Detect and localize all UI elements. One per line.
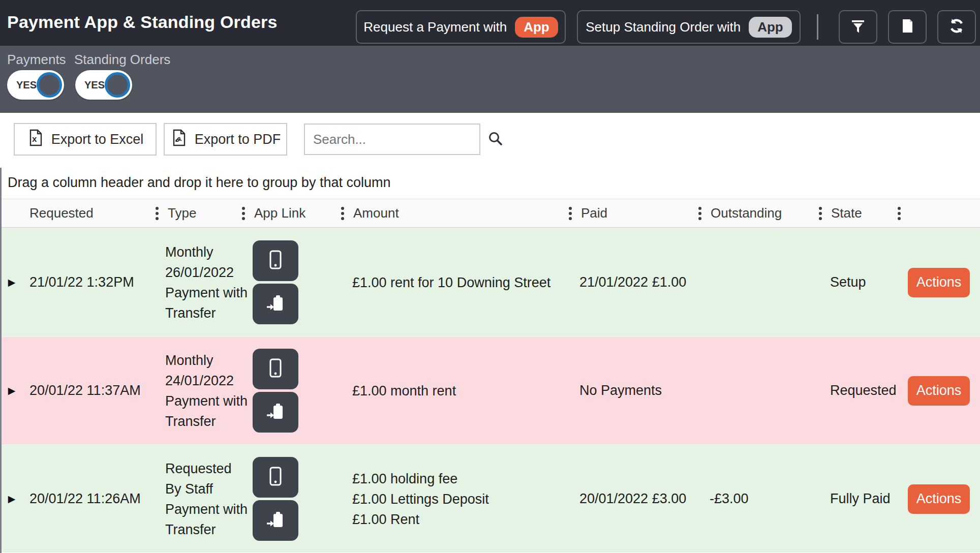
setup-standing-order-button[interactable]: Setup Standing Order with App bbox=[577, 10, 801, 44]
column-header-actions bbox=[904, 199, 980, 227]
export-excel-label: Export to Excel bbox=[51, 132, 144, 147]
cell-actions: Actions bbox=[904, 229, 980, 336]
cell-app-link bbox=[248, 445, 347, 552]
row-expand-button[interactable]: ▶ bbox=[2, 229, 22, 336]
column-menu-icon[interactable] bbox=[341, 207, 347, 220]
mobile-app-link-button[interactable] bbox=[253, 457, 298, 498]
column-header-app-link[interactable]: App Link bbox=[248, 199, 347, 227]
cell-requested: 20/01/22 11:37AM bbox=[22, 337, 162, 444]
mobile-app-link-button[interactable] bbox=[253, 240, 298, 281]
smartphone-icon bbox=[265, 248, 286, 274]
column-menu-icon[interactable] bbox=[819, 207, 825, 220]
payments-screen: Payment App & Standing Orders Request a … bbox=[0, 0, 980, 553]
filter-toggle-bar: Payments Standing Orders YES YES bbox=[0, 46, 980, 113]
amount-line: £1.00 rent for 10 Downing Street bbox=[352, 272, 550, 293]
row-expand-button[interactable]: ▶ bbox=[2, 445, 22, 552]
group-by-drop-zone[interactable]: Drag a column header and drop it here to… bbox=[2, 168, 980, 199]
cell-amount: £1.00 holding fee £1.00 Lettings Deposit… bbox=[347, 445, 575, 552]
column-header-outstanding[interactable]: Outstanding bbox=[705, 199, 825, 227]
setup-standing-order-label: Setup Standing Order with bbox=[586, 19, 741, 35]
cell-app-link bbox=[248, 337, 347, 444]
row-expand-button[interactable]: ▶ bbox=[2, 337, 22, 444]
actions-button[interactable]: Actions bbox=[908, 376, 970, 406]
column-label: Outstanding bbox=[705, 205, 782, 221]
column-menu-icon[interactable] bbox=[898, 207, 904, 220]
payments-toggle-label: Payments bbox=[7, 52, 66, 68]
cell-type: Monthly 26/01/2022 Payment with Transfer bbox=[162, 229, 248, 336]
filter-icon bbox=[848, 16, 868, 38]
filter-button[interactable] bbox=[839, 10, 877, 44]
column-header-type[interactable]: Type bbox=[162, 199, 248, 227]
expand-arrow-icon: ▶ bbox=[8, 276, 16, 288]
column-header-requested[interactable]: Requested bbox=[22, 199, 162, 227]
payments-toggle-knob[interactable] bbox=[37, 72, 62, 98]
clipboard-arrow-icon bbox=[264, 400, 287, 425]
cell-state: Fully Paid bbox=[825, 445, 904, 552]
book-button[interactable] bbox=[888, 10, 927, 44]
copy-app-link-button[interactable] bbox=[253, 500, 298, 541]
column-label: Type bbox=[162, 205, 196, 221]
amount-line: £1.00 Lettings Deposit bbox=[352, 489, 489, 509]
request-payment-button[interactable]: Request a Payment with App bbox=[356, 10, 566, 44]
excel-file-icon: x bbox=[27, 128, 44, 151]
cell-outstanding: -£3.00 bbox=[705, 445, 825, 552]
table-row: ▶ 20/01/22 11:37AM Monthly 24/01/2022 Pa… bbox=[2, 336, 980, 444]
standing-orders-toggle-knob[interactable] bbox=[105, 72, 130, 98]
pdf-file-icon bbox=[170, 128, 188, 151]
refresh-button[interactable] bbox=[937, 10, 976, 44]
table-row: ▶ 20/01/22 11:26AM Requested By Staff Pa… bbox=[2, 444, 980, 552]
column-menu-icon[interactable] bbox=[156, 207, 162, 220]
cell-outstanding bbox=[705, 229, 825, 336]
cell-state: Requested bbox=[825, 337, 904, 444]
app-badge-orange: App bbox=[515, 17, 558, 38]
export-pdf-button[interactable]: Export to PDF bbox=[164, 123, 287, 156]
column-label: Amount bbox=[347, 205, 399, 221]
column-label: State bbox=[825, 205, 862, 221]
payments-toggle[interactable]: YES bbox=[7, 70, 64, 100]
export-search-toolbar: x Export to Excel Export to PDF bbox=[0, 113, 980, 168]
copy-app-link-button[interactable] bbox=[253, 284, 298, 324]
cell-type: Monthly 24/01/2022 Payment with Transfer bbox=[162, 337, 248, 444]
column-label: App Link bbox=[248, 205, 305, 221]
cell-type: Requested By Staff Payment with Transfer bbox=[162, 445, 248, 552]
column-menu-icon[interactable] bbox=[569, 207, 575, 220]
page-title: Payment App & Standing Orders bbox=[7, 0, 278, 46]
actions-button[interactable]: Actions bbox=[908, 484, 970, 514]
refresh-icon bbox=[946, 16, 967, 38]
header-expander bbox=[2, 199, 22, 227]
smartphone-icon bbox=[265, 356, 286, 382]
cell-outstanding bbox=[705, 337, 825, 444]
mobile-app-link-button[interactable] bbox=[253, 349, 298, 389]
cell-actions: Actions bbox=[904, 337, 980, 444]
cell-state: Setup bbox=[825, 229, 904, 336]
cell-requested: 20/01/22 11:26AM bbox=[22, 445, 162, 552]
title-bar: Payment App & Standing Orders Request a … bbox=[0, 0, 980, 46]
table-row: ▶ 21/01/22 1:32PM Monthly 26/01/2022 Pay… bbox=[2, 228, 980, 336]
copy-app-link-button[interactable] bbox=[253, 392, 298, 433]
payments-grid: Drag a column header and drop it here to… bbox=[0, 168, 980, 553]
column-menu-icon[interactable] bbox=[242, 207, 248, 220]
cell-paid: 20/01/2022 £3.00 bbox=[575, 445, 705, 552]
search-icon[interactable] bbox=[486, 130, 505, 148]
column-label: Requested bbox=[22, 205, 94, 221]
cell-requested: 21/01/22 1:32PM bbox=[22, 229, 162, 336]
standing-orders-toggle-value: YES bbox=[84, 79, 105, 91]
cell-actions: Actions bbox=[904, 445, 980, 552]
standing-orders-toggle[interactable]: YES bbox=[75, 70, 132, 100]
export-excel-button[interactable]: x Export to Excel bbox=[14, 123, 157, 156]
smartphone-icon bbox=[265, 465, 286, 490]
amount-line: £1.00 holding fee bbox=[352, 469, 457, 489]
column-header-paid[interactable]: Paid bbox=[575, 199, 705, 227]
column-menu-icon[interactable] bbox=[698, 207, 705, 220]
expand-arrow-icon: ▶ bbox=[8, 493, 16, 505]
titlebar-divider bbox=[817, 14, 818, 40]
column-header-amount[interactable]: Amount bbox=[347, 199, 575, 227]
grid-header-row: Requested Type App Link Amount Paid Outs… bbox=[2, 199, 980, 228]
column-header-state[interactable]: State bbox=[825, 199, 904, 227]
actions-button[interactable]: Actions bbox=[908, 268, 970, 297]
amount-line: £1.00 Rent bbox=[352, 509, 419, 530]
search-input[interactable] bbox=[305, 132, 486, 147]
amount-line: £1.00 month rent bbox=[352, 381, 456, 401]
cell-paid: 21/01/2022 £1.00 bbox=[575, 229, 705, 336]
standing-orders-toggle-label: Standing Orders bbox=[74, 52, 170, 68]
